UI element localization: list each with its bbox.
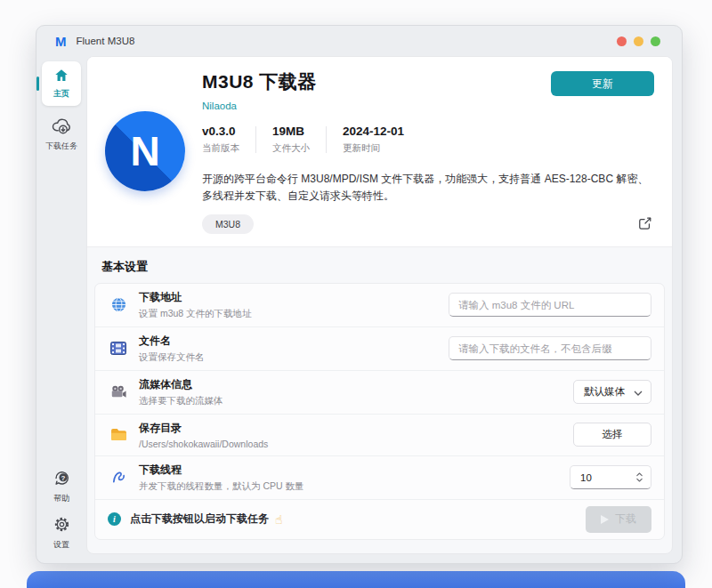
setting-subtitle: 并发下载的线程数量，默认为 CPU 数量 [139, 480, 304, 493]
titlebar: M Fluent M3U8 [36, 26, 682, 56]
close-button[interactable] [617, 36, 627, 46]
sidebar-item-label: 帮助 [53, 493, 69, 504]
svg-text:?: ? [61, 474, 65, 482]
background-window-strip [27, 571, 685, 588]
setting-title: 流媒体信息 [139, 377, 223, 392]
active-indicator [36, 77, 39, 91]
app-description: 开源的跨平台命令行 M3U8/MPD/ISM 文件下载器，功能强大，支持普通 A… [202, 171, 654, 205]
chevron-down-icon [634, 387, 643, 398]
setting-title: 保存目录 [139, 421, 268, 436]
setting-title: 文件名 [139, 334, 205, 349]
footer-hint-row: i 点击下载按钮以启动下载任务 ☝ 下载 [95, 500, 664, 539]
setting-row-filename: 文件名 设置保存文件名 [95, 327, 664, 371]
sidebar-item-download-tasks[interactable]: 下载任务 [45, 117, 77, 152]
stat-version: v0.3.0 当前版本 [202, 125, 255, 155]
pointing-finger-icon: ☝ [275, 512, 283, 527]
window-controls [617, 36, 660, 46]
sidebar-item-help[interactable]: ? 帮助 [53, 470, 70, 504]
share-button[interactable] [636, 214, 654, 235]
movie-camera-icon [108, 385, 129, 399]
setting-title: 下载线程 [139, 463, 304, 478]
setting-row-stream-info: 流媒体信息 选择要下载的流媒体 默认媒体 [95, 371, 664, 415]
download-url-input[interactable] [449, 293, 651, 317]
cloud-download-icon [52, 117, 72, 138]
sidebar-item-home[interactable]: 主页 [42, 61, 81, 106]
setting-subtitle: 选择要下载的流媒体 [139, 395, 223, 407]
sidebar-item-settings[interactable]: 设置 [53, 516, 70, 551]
info-icon: i [108, 512, 121, 526]
page-title: M3U8 下载器 [202, 69, 317, 94]
app-title: Fluent M3U8 [77, 36, 135, 46]
save-path: /Users/shokokawaii/Downloads [139, 439, 268, 449]
app-stats: v0.3.0 当前版本 19MB 文件大小 2024-12-01 更新时间 [202, 125, 654, 155]
app-info-card: N M3U8 下载器 更新 Nilaoda v0.3.0 当前版本 [87, 57, 672, 247]
setting-title: 下载地址 [139, 290, 252, 305]
setting-row-save-directory: 保存目录 /Users/shokokawaii/Downloads 选择 [95, 415, 664, 456]
stepper-chevrons-icon[interactable] [635, 471, 643, 483]
tag-m3u8: M3U8 [202, 214, 254, 234]
setting-subtitle: 设置保存文件名 [139, 351, 205, 364]
stat-updated: 2024-12-01 更新时间 [327, 125, 420, 155]
download-button[interactable]: 下载 [586, 506, 651, 533]
main-panel: N M3U8 下载器 更新 Nilaoda v0.3.0 当前版本 [86, 56, 673, 554]
app-window: M Fluent M3U8 主页 下载任务 [36, 25, 683, 564]
settings-card: 下载地址 设置 m3u8 文件的下载地址 文件名 设置保存文件名 [94, 283, 665, 540]
help-icon: ? [53, 470, 70, 490]
media-select[interactable]: 默认媒体 [573, 380, 651, 404]
gear-icon [53, 516, 70, 536]
thread-icon [108, 470, 129, 485]
media-select-value: 默认媒体 [584, 385, 625, 399]
hint-text: 点击下载按钮以启动下载任务 [130, 511, 269, 527]
zoom-button[interactable] [651, 36, 660, 46]
setting-row-threads: 下载线程 并发下载的线程数量，默认为 CPU 数量 [95, 456, 664, 500]
sidebar: 主页 下载任务 ? 帮助 设置 [36, 56, 86, 563]
play-icon [601, 515, 609, 524]
sidebar-item-label: 下载任务 [45, 141, 77, 152]
film-icon [108, 342, 129, 355]
home-icon [53, 68, 69, 86]
sidebar-item-label: 设置 [53, 539, 69, 551]
share-icon [638, 216, 652, 233]
thread-count-input[interactable] [572, 472, 617, 483]
sidebar-item-label: 主页 [53, 88, 69, 100]
app-big-logo: N [105, 111, 185, 191]
app-logo-icon: M [55, 34, 66, 49]
thread-count-stepper[interactable] [570, 465, 651, 489]
author-name: Nilaoda [202, 101, 654, 111]
filename-input[interactable] [449, 336, 651, 360]
folder-icon [108, 428, 129, 441]
stat-filesize: 19MB 文件大小 [256, 125, 326, 155]
setting-row-download-url: 下载地址 设置 m3u8 文件的下载地址 [95, 284, 664, 327]
setting-subtitle: 设置 m3u8 文件的下载地址 [139, 308, 252, 320]
update-button[interactable]: 更新 [551, 71, 654, 96]
minimize-button[interactable] [634, 36, 643, 46]
choose-directory-button[interactable]: 选择 [573, 423, 651, 447]
globe-icon [108, 297, 129, 312]
section-title-basic-settings: 基本设置 [87, 247, 672, 283]
